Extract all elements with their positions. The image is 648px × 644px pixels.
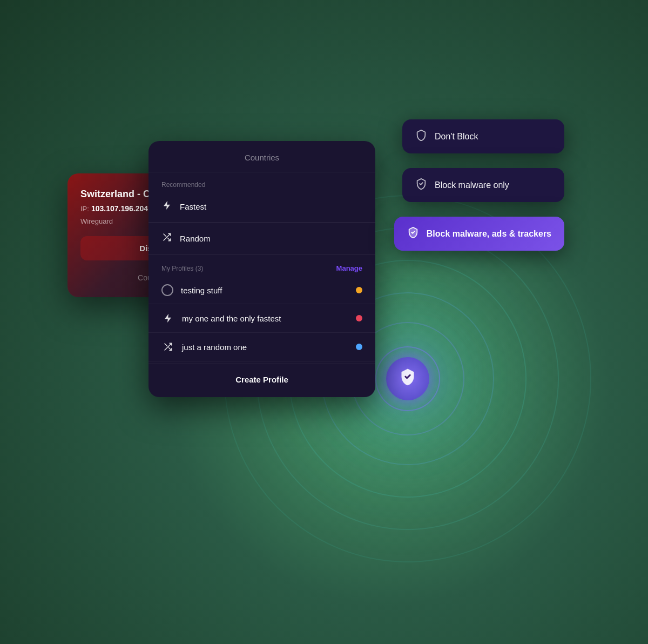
ip-label: IP:	[80, 205, 89, 213]
radar-center	[386, 357, 429, 400]
bolt-icon	[161, 200, 172, 212]
profile-bolt-icon	[161, 312, 174, 325]
divider-2	[148, 254, 375, 254]
profile-item-1[interactable]: my one and the only fastest	[148, 304, 375, 333]
dont-block-option[interactable]: Don't Block	[402, 119, 564, 153]
profiles-header: My Profiles (3) Manage	[148, 257, 375, 277]
fastest-label: Fastest	[180, 202, 362, 211]
ip-value: 103.107.196.204	[91, 204, 148, 213]
block-all-shield-icon	[407, 226, 419, 241]
fastest-item[interactable]: Fastest	[148, 193, 375, 220]
random-item[interactable]: Random	[148, 225, 375, 252]
profile-name-0: testing stuff	[181, 286, 348, 295]
create-profile-button[interactable]: Create Profile	[148, 366, 375, 393]
profile-item-2[interactable]: just a random one	[148, 333, 375, 361]
profile-dot-2	[356, 344, 362, 350]
center-shield-icon	[399, 367, 417, 390]
countries-panel: Countries Recommended Fastest Random My …	[148, 141, 375, 397]
profile-name-2: just a random one	[182, 343, 348, 352]
block-all-label: Block malware, ads & trackers	[427, 229, 551, 239]
random-label: Random	[180, 234, 362, 243]
block-malware-option[interactable]: Block malware only	[402, 168, 564, 202]
profile-dot-1	[356, 315, 362, 321]
block-malware-label: Block malware only	[435, 180, 509, 190]
profile-shuffle-icon	[161, 340, 174, 353]
profile-item-0[interactable]: testing stuff	[148, 277, 375, 304]
shuffle-icon	[161, 232, 172, 244]
recommended-label: Recommended	[148, 172, 375, 193]
block-all-option[interactable]: Block malware, ads & trackers	[394, 217, 564, 251]
profile-dot-0	[356, 287, 362, 293]
dont-block-label: Don't Block	[435, 132, 478, 142]
countries-panel-title: Countries	[148, 141, 375, 172]
profile-circle-icon	[161, 284, 173, 296]
scene: Switzerland - CH#1 IP: 103.107.196.204 W…	[68, 65, 580, 579]
dont-block-shield-icon	[415, 129, 427, 144]
manage-link[interactable]: Manage	[336, 264, 362, 272]
divider-1	[148, 222, 375, 223]
block-malware-shield-icon	[415, 178, 427, 192]
profile-name-1: my one and the only fastest	[182, 314, 348, 323]
my-profiles-label: My Profiles (3)	[161, 265, 203, 272]
divider-3	[148, 364, 375, 364]
